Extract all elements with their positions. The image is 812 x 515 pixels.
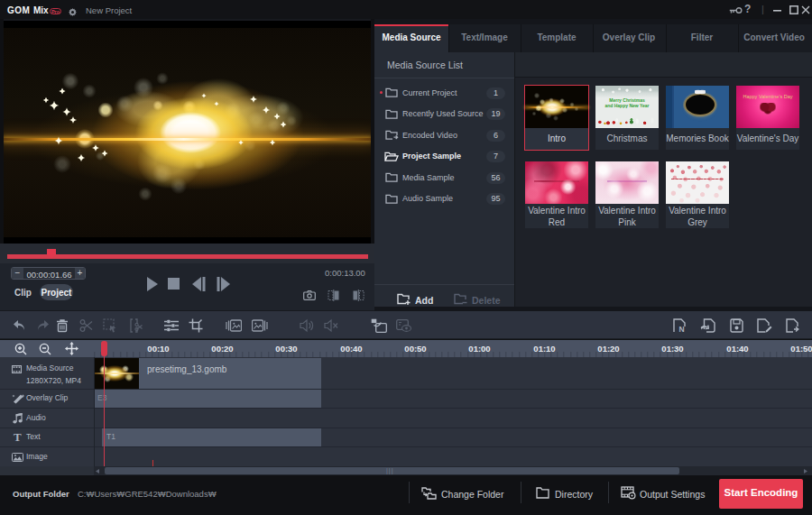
svg-text:N: N — [678, 325, 684, 333]
